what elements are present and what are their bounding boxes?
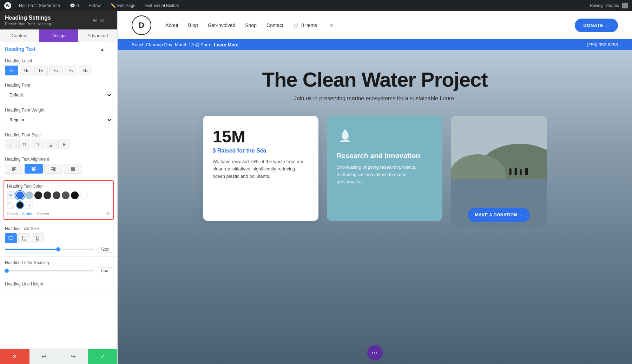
donate-button[interactable]: DONATE → — [575, 19, 618, 32]
hero-subtitle: Join us in preserving marine ecosystems … — [294, 95, 456, 102]
style-underline[interactable]: U — [45, 140, 57, 149]
panel-tabs: Content Design Advanced — [0, 29, 117, 42]
align-left[interactable] — [5, 164, 23, 174]
site-logo[interactable]: D — [132, 15, 151, 35]
style-capitalize[interactable]: Tt — [32, 140, 44, 149]
text-size-track[interactable] — [5, 249, 94, 250]
announcement-bar: Beach Cleanup Day: March 13 @ 9am - Lear… — [118, 39, 632, 50]
heading-font-label: Heading Font — [5, 83, 112, 88]
device-desktop[interactable] — [5, 233, 17, 243]
site-nav: About Blog Get-involved Shop Contact 🛒 0… — [165, 22, 575, 28]
svg-rect-30 — [525, 168, 528, 175]
align-right[interactable] — [44, 164, 62, 174]
heading-level-h3[interactable]: H₃ — [34, 66, 48, 75]
color-settings-gear-icon[interactable]: ⚙ — [106, 211, 110, 216]
tab-content[interactable]: Content — [0, 29, 39, 42]
admin-bar-exit-builder[interactable]: Exit Visual Builder — [143, 2, 182, 9]
heading-level-h1[interactable]: H₁ — [5, 66, 18, 75]
cancel-button[interactable]: ✕ — [0, 349, 29, 364]
admin-bar-edit-page[interactable]: ✏️ Edit Page — [108, 2, 138, 9]
heading-level-label: Heading Level — [5, 59, 112, 63]
letter-spacing-value[interactable]: 0px — [97, 267, 112, 274]
style-uppercase[interactable]: TT — [18, 140, 30, 149]
nav-about[interactable]: About — [165, 22, 178, 28]
color-swatches-row1: ✏ — [7, 191, 110, 199]
panel-preset: Preset: Non Profit Heading 1 — [5, 22, 54, 26]
letter-spacing-track[interactable] — [5, 270, 94, 271]
announcement-link[interactable]: Learn More — [214, 42, 238, 47]
admin-bar: W Non Profit Starter Site 💬 0 + New ✏️ E… — [0, 0, 632, 11]
color-swatch-black[interactable] — [71, 191, 79, 199]
heading-level-h6[interactable]: H₆ — [79, 66, 92, 75]
admin-bar-comments[interactable]: 💬 0 — [68, 2, 81, 9]
text-size-thumb[interactable] — [56, 247, 60, 251]
panel-icon-columns[interactable]: ⧉ — [100, 18, 104, 23]
heading-level-h4[interactable]: H₄ — [49, 66, 62, 75]
heading-font-weight-select[interactable]: Regular — [5, 115, 112, 125]
text-size-fill — [5, 249, 58, 250]
heading-font-style-label: Heading Font Style — [5, 133, 112, 137]
image-card: MAKE A DONATION → — [451, 116, 547, 228]
color-tab-global[interactable]: Global — [21, 212, 33, 216]
color-swatch-add[interactable]: + — [25, 201, 33, 209]
device-buttons — [5, 233, 112, 243]
admin-bar-new[interactable]: + New — [86, 2, 103, 9]
section-collapse-icon[interactable]: ▲ — [100, 46, 105, 52]
heading-text-size-label: Heading Text Size — [5, 226, 112, 231]
three-dots-button[interactable]: ••• — [367, 345, 383, 360]
undo-icon: ↩ — [42, 353, 46, 360]
wp-logo[interactable]: W — [4, 2, 11, 9]
color-swatch-blue[interactable] — [16, 191, 24, 199]
device-mobile[interactable] — [32, 233, 44, 243]
color-swatch-transparent[interactable] — [7, 201, 15, 209]
search-icon[interactable]: ○ — [330, 22, 333, 28]
color-tab-saved[interactable]: Saved — [7, 212, 18, 216]
research-card-title: Research and Innovation — [337, 151, 433, 160]
stat-card: 15M $ Raised for the Sea We have recycle… — [203, 116, 318, 221]
color-tab-recent[interactable]: Recent — [37, 212, 49, 216]
align-justify[interactable] — [64, 164, 82, 174]
letter-spacing-thumb[interactable] — [5, 269, 9, 273]
nav-get-involved[interactable]: Get-involved — [208, 22, 236, 28]
panel-title: Heading Settings — [5, 15, 54, 21]
nav-shop[interactable]: Shop — [245, 22, 257, 28]
heading-level-h2[interactable]: H₂ — [20, 66, 33, 75]
panel-icon-more[interactable]: ⋮ — [107, 18, 112, 23]
text-size-value[interactable]: 72px — [97, 246, 112, 253]
heading-text-align-row: Heading Text Alignment — [0, 153, 117, 177]
color-swatch-white[interactable] — [80, 191, 88, 199]
alignment-buttons — [5, 164, 112, 174]
color-swatch-dark3[interactable] — [53, 191, 60, 199]
device-tablet[interactable] — [18, 233, 30, 243]
redo-icon: ↪ — [71, 353, 75, 360]
admin-bar-site-name[interactable]: Non Profit Starter Site — [17, 2, 62, 9]
save-button[interactable]: ✓ — [88, 349, 118, 364]
make-donation-button[interactable]: MAKE A DONATION → — [468, 208, 530, 222]
color-swatch-dark4[interactable] — [62, 191, 70, 199]
panel-icon-grid[interactable]: ⊞ — [93, 18, 97, 23]
cart-icon-area[interactable]: 🛒 0 items — [293, 22, 317, 28]
color-swatch-dark2[interactable] — [44, 191, 51, 199]
undo-button[interactable]: ↩ — [29, 349, 59, 364]
style-strikethrough[interactable]: S — [58, 140, 70, 149]
redo-button[interactable]: ↪ — [59, 349, 88, 364]
site-header: D About Blog Get-involved Shop Contact 🛒… — [118, 11, 632, 39]
tab-design[interactable]: Design — [39, 29, 78, 42]
align-center[interactable] — [25, 164, 43, 174]
hero-title: The Clean Water Project — [262, 68, 487, 91]
nav-blog[interactable]: Blog — [188, 22, 198, 28]
heading-font-style-row: Heading Font Style I TT Tt U S — [0, 129, 117, 153]
heading-level-h5[interactable]: H₅ — [64, 66, 77, 75]
heading-font-select[interactable]: Default — [5, 90, 112, 100]
color-swatch-dark-selected[interactable] — [16, 201, 24, 209]
color-swatch-dark1[interactable] — [34, 191, 42, 199]
color-swatches-row2: + — [7, 201, 110, 209]
section-more-icon[interactable]: ⋮ — [107, 46, 112, 52]
color-swatch-lightblue[interactable] — [25, 191, 33, 199]
water-drop-icon — [337, 127, 433, 147]
tab-advanced[interactable]: Advanced — [78, 29, 117, 42]
heading-letter-spacing-row: Heading Letter Spacing 0px — [0, 257, 117, 278]
style-italic[interactable]: I — [5, 140, 17, 149]
color-edit-icon[interactable]: ✏ — [7, 191, 15, 199]
nav-contact[interactable]: Contact — [266, 22, 283, 28]
